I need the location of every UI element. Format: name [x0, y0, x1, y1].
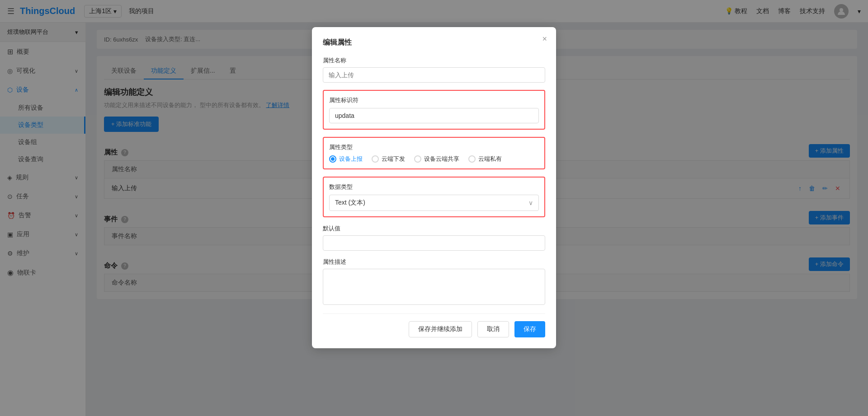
radio-circle-download [372, 155, 379, 163]
attr-name-field-group: 属性名称 [323, 56, 545, 83]
attr-desc-field-group: 属性描述 [323, 258, 545, 306]
data-type-value: Text (文本) [335, 199, 365, 207]
radio-label-private: 云端私有 [478, 155, 502, 163]
radio-label-upload: 设备上报 [339, 155, 363, 163]
radio-label-shared: 设备云端共享 [424, 155, 459, 163]
cancel-button[interactable]: 取消 [477, 321, 509, 337]
edit-attribute-modal: 编辑属性 × 属性名称 属性标识符 属性类型 设备上报 [312, 27, 556, 348]
data-type-label: 数据类型 [329, 183, 539, 191]
radio-device-cloud-shared[interactable]: 设备云端共享 [414, 155, 459, 163]
default-value-field-group: 默认值 [323, 224, 545, 251]
default-value-input[interactable] [323, 235, 545, 251]
modal-overlay: 编辑属性 × 属性名称 属性标识符 属性类型 设备上报 [0, 0, 868, 416]
radio-dot-upload [331, 157, 335, 161]
data-type-field-group: 数据类型 Text (文本) ∨ [323, 177, 545, 217]
save-button[interactable]: 保存 [514, 321, 545, 337]
attr-type-label: 属性类型 [329, 143, 539, 151]
attr-type-field-group: 属性类型 设备上报 云端下发 设备云端共享 [323, 137, 545, 169]
modal-title: 编辑属性 [323, 38, 545, 47]
data-type-select[interactable]: Text (文本) ∨ [329, 195, 539, 211]
attr-name-input[interactable] [323, 67, 545, 83]
radio-circle-upload [329, 155, 336, 163]
radio-cloud-private[interactable]: 云端私有 [468, 155, 502, 163]
attr-id-field-group: 属性标识符 [323, 90, 545, 130]
modal-footer: 保存并继续添加 取消 保存 [323, 313, 545, 337]
radio-cloud-download[interactable]: 云端下发 [372, 155, 405, 163]
attr-id-label: 属性标识符 [329, 96, 539, 104]
attr-type-radio-group: 设备上报 云端下发 设备云端共享 云端私有 [329, 155, 539, 163]
attr-id-input[interactable] [329, 108, 539, 123]
save-continue-button[interactable]: 保存并继续添加 [409, 321, 472, 337]
attr-desc-label: 属性描述 [323, 258, 545, 266]
attr-desc-textarea[interactable] [323, 269, 545, 305]
default-value-label: 默认值 [323, 224, 545, 233]
attr-name-label: 属性名称 [323, 56, 545, 65]
radio-circle-shared [414, 155, 421, 163]
radio-device-upload[interactable]: 设备上报 [329, 155, 363, 163]
select-arrow-icon: ∨ [528, 199, 533, 206]
radio-circle-private [468, 155, 476, 163]
modal-close-button[interactable]: × [542, 34, 547, 44]
radio-label-download: 云端下发 [382, 155, 405, 163]
